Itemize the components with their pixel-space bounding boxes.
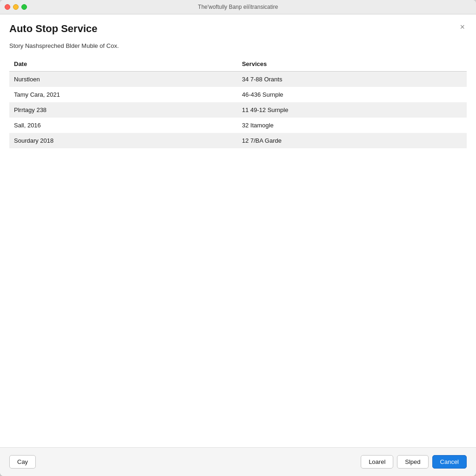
- table-row: Sourdary 201812 7/BA Garde: [9, 133, 467, 148]
- table-row: Plrrtagy 23811 49-12 Surnple: [9, 102, 467, 118]
- table-cell-date: Tamy Cara, 2021: [9, 87, 237, 102]
- cay-button[interactable]: Cay: [9, 455, 36, 469]
- table-cell-services: 46-436 Surnple: [237, 87, 467, 102]
- slped-button[interactable]: Slped: [397, 455, 428, 469]
- table-header-row: Date Services: [9, 57, 467, 72]
- minimize-traffic-light[interactable]: [13, 4, 19, 10]
- table-row: Tamy Cara, 202146-436 Surnple: [9, 87, 467, 102]
- table-cell-date: Plrrtagy 238: [9, 102, 237, 118]
- table-cell-date: Sall, 2016: [9, 118, 237, 133]
- loarel-button[interactable]: Loarel: [361, 455, 393, 469]
- table-cell-date: Sourdary 2018: [9, 133, 237, 148]
- close-traffic-light[interactable]: [5, 4, 10, 10]
- title-bar-text: The'woftully Banp еіїїtransicatire: [198, 4, 278, 10]
- traffic-lights: [5, 4, 27, 10]
- table-cell-date: Nurstloen: [9, 72, 237, 87]
- dialog-header: Auto Stop Service ×: [0, 14, 476, 40]
- table-container: Date Services Nurstloen34 7-88 OrantsTam…: [0, 57, 476, 148]
- title-bar: The'woftully Banp еіїїtransicatire: [0, 0, 476, 14]
- maximize-traffic-light[interactable]: [21, 4, 27, 10]
- application-window: The'woftully Banp еіїїtransicatire Auto …: [0, 0, 476, 476]
- table-cell-services: 32 Itamogle: [237, 118, 467, 133]
- table-cell-services: 11 49-12 Surnple: [237, 102, 467, 118]
- table-cell-services: 34 7-88 Orants: [237, 72, 467, 87]
- footer-left: Cay: [9, 455, 36, 469]
- footer-right: Loarel Slped Cancel: [361, 455, 467, 469]
- cancel-button[interactable]: Cancel: [432, 455, 467, 469]
- dialog-subtitle: Story Nashspreched Blder Muble of Cox.: [0, 40, 476, 57]
- dialog-content: Auto Stop Service × Story Nashspreched B…: [0, 14, 476, 447]
- dialog-title: Auto Stop Service: [9, 23, 97, 35]
- table-row: Sall, 201632 Itamogle: [9, 118, 467, 133]
- service-table: Date Services Nurstloen34 7-88 OrantsTam…: [9, 57, 467, 148]
- dialog-footer: Cay Loarel Slped Cancel: [0, 447, 476, 476]
- close-button[interactable]: ×: [458, 23, 467, 31]
- table-row: Nurstloen34 7-88 Orants: [9, 72, 467, 87]
- column-header-services: Services: [237, 57, 467, 72]
- table-cell-services: 12 7/BA Garde: [237, 133, 467, 148]
- column-header-date: Date: [9, 57, 237, 72]
